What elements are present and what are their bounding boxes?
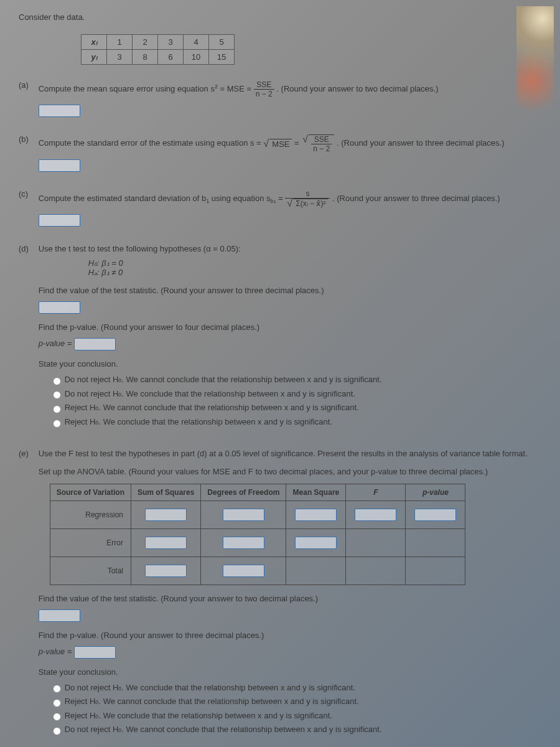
answer-input-pvalue[interactable] [74,338,116,350]
part-a-text: Compute the mean square error using equa… [39,84,215,93]
x-val: 2 [133,35,158,50]
part-a-round: . (Round your answer to two decimal plac… [276,84,438,93]
anova-hdr-ms: Mean Square [286,484,346,500]
anova-hdr-df: Degrees of Freedom [201,484,286,500]
radio-e-opt1[interactable] [53,685,61,693]
find-pvalue-text: Find the p-value. (Round your answer to … [39,322,539,332]
part-e: (e) Use the F test to test the hypothese… [19,449,541,739]
part-c-round: . (Round your answer to three decimal pl… [332,194,500,203]
part-a: (a) Compute the mean square error using … [19,80,541,117]
pvalue-label: p-value = [39,339,74,349]
part-b-label: (b) [19,134,36,144]
intro-text: Consider the data. [19,12,541,22]
radio-d-opt1[interactable] [53,377,61,385]
opt-text: We conclude that the relationship betwee… [126,683,355,692]
part-e-label: (e) [19,449,36,458]
anova-hdr-src: Source of Variation [50,484,131,500]
sqrt-frac: SSE n − 2 [309,134,334,153]
radio-e-opt4[interactable] [53,727,61,735]
answer-input-sb1[interactable] [39,214,80,227]
opt-pre: Reject H₀. [65,711,103,720]
part-d-label: (d) [19,244,36,253]
part-b: (b) Compute the standard error of the es… [19,134,541,172]
part-d: (d) Use the t test to test the following… [19,244,541,431]
y-val: 8 [133,50,158,65]
anova-hdr-f: F [346,484,406,500]
anova-setup: Set up the ANOVA table. (Round your valu… [39,467,539,476]
anova-reg-df[interactable] [223,509,264,521]
part-c-label: (c) [19,189,36,199]
eq: = [294,138,301,148]
opt-text: We conclude that the relationship betwee… [126,389,355,398]
anova-table: Source of Variation Sum of Squares Degre… [50,484,466,585]
opt-text: We cannot conclude that the relationship… [103,697,359,706]
opt-text: We cannot conclude that the relationship… [126,375,382,384]
anova-reg-ms[interactable] [295,509,337,521]
hypothesis-h0: H₀: β₁ = 0 [88,258,539,268]
radio-e-opt3[interactable] [53,713,61,721]
y-val: 6 [158,50,184,65]
anova-row-total: Total [50,557,131,585]
find-fstat: Find the value of the test statistic. (R… [39,594,539,603]
part-c-text: Compute the estimated standard deviation… [39,194,207,203]
opt-pre: Do not reject H₀. [65,683,126,692]
pvalue-label-e: p-value = [39,647,74,656]
y-val: 3 [107,50,133,65]
anova-row-regression: Regression [50,500,131,529]
anova-err-ss[interactable] [145,537,187,549]
sqrt-mse: MSE [269,139,292,149]
answer-input-tstat[interactable] [39,301,80,314]
part-a-text2: = MSE = [218,84,254,93]
radio-d-opt4[interactable] [53,420,61,428]
anova-tot-ss[interactable] [145,565,187,577]
opt-text: We cannot conclude that the relationship… [126,725,382,734]
fraction: SSE n − 2 [254,80,274,98]
anova-hdr-p: p-value [406,484,465,500]
anova-reg-f[interactable] [355,509,396,521]
anova-hdr-ss: Sum of Squares [131,484,200,500]
x-val: 1 [107,35,133,50]
anova-row-error: Error [50,529,131,557]
hypothesis-ha: Hₐ: β₁ ≠ 0 [88,268,539,277]
opt-pre: Reject H₀. [65,403,103,412]
x-val: 3 [158,35,184,50]
find-pvalue-e: Find the p-value. (Round your answer to … [39,631,539,640]
anova-tot-df[interactable] [223,565,264,577]
answer-input-mse[interactable] [39,105,80,117]
data-table: xᵢ 1 2 3 4 5 yᵢ 3 8 6 10 15 [81,34,235,65]
anova-reg-p[interactable] [414,509,456,521]
part-d-text: Use the t test to test the following hyp… [39,244,539,253]
fraction: s Σ(xᵢ − x̄)² [285,189,330,208]
opt-pre: Do not reject H₀. [65,375,126,384]
opt-pre: Do not reject H₀. [65,725,126,734]
anova-err-df[interactable] [223,537,264,549]
state-conclusion: State your conclusion. [39,359,539,369]
answer-input-pvalue-e[interactable] [74,646,116,659]
opt-text: We conclude that the relationship betwee… [103,711,332,720]
opt-text: We conclude that the relationship betwee… [103,417,332,426]
part-e-text: Use the F test to test the hypotheses in… [39,449,539,458]
eq: = [276,194,286,203]
radio-d-opt3[interactable] [53,405,61,413]
part-c: (c) Compute the estimated standard devia… [19,189,541,227]
part-b-text: Compute the standard error of the estima… [39,138,264,148]
answer-input-fstat[interactable] [39,609,80,622]
radio-e-opt2[interactable] [53,699,61,707]
part-b-round: . (Round your answer to three decimal pl… [337,138,505,148]
y-val: 10 [184,50,209,65]
x-val: 4 [184,35,209,50]
anova-err-ms[interactable] [295,537,337,549]
answer-input-se[interactable] [39,159,80,172]
state-conclusion-e: State your conclusion. [39,667,539,677]
x-val: 5 [209,35,235,50]
opt-pre: Do not reject H₀. [65,389,126,398]
x-label: xᵢ [82,35,107,50]
find-teststat: Find the value of the test statistic. (R… [39,286,539,295]
radio-d-opt2[interactable] [53,391,61,399]
y-val: 15 [209,50,235,65]
anova-reg-ss[interactable] [145,509,187,521]
opt-pre: Reject H₀. [65,697,103,706]
part-c-text2: using equation s [209,194,270,203]
part-a-label: (a) [19,80,36,90]
opt-text: We cannot conclude that the relationship… [103,403,359,412]
